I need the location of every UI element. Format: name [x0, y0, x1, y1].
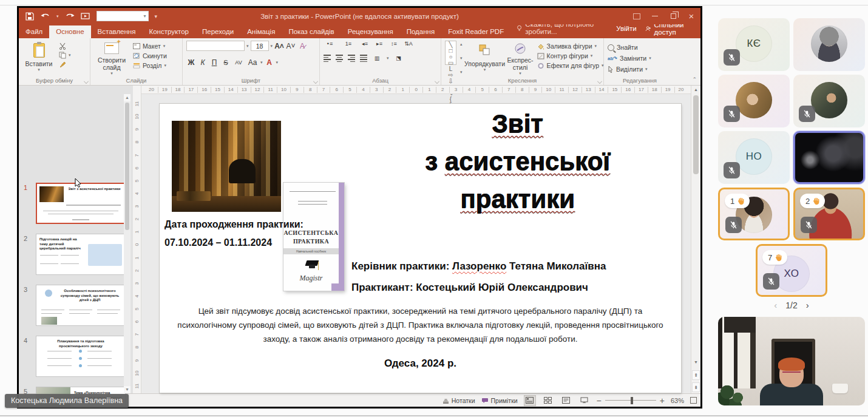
- sign-in-link[interactable]: Увійти: [616, 25, 636, 32]
- slide-thumbnail-2[interactable]: Підготовка лекцій на тему дитячий церебр…: [36, 234, 126, 275]
- slide-scrollbar[interactable]: ▲ ▼ ⇞ ⇟: [691, 86, 700, 393]
- grow-font-icon[interactable]: A˄: [274, 42, 284, 50]
- practice-date-label[interactable]: Дата проходження практики:: [164, 219, 303, 230]
- zoom-in-button[interactable]: +: [660, 396, 665, 405]
- layout-button[interactable]: Макет▾: [133, 42, 167, 50]
- tab-view[interactable]: Подання: [400, 25, 441, 38]
- bullets-icon[interactable]: •≡: [324, 41, 337, 47]
- undo-dropdown-icon[interactable]: ▾: [56, 14, 59, 19]
- participant-tile[interactable]: [793, 75, 865, 127]
- scroll-up-icon[interactable]: ▲: [124, 94, 131, 101]
- participant-tile[interactable]: НО: [718, 131, 790, 184]
- thumbnail-scrollbar[interactable]: ▲ ▼: [124, 94, 131, 393]
- slide-thumbnail-3[interactable]: Особливості психологічного супроводу сім…: [36, 285, 126, 326]
- strikethrough-button[interactable]: S: [221, 59, 231, 66]
- underline-button[interactable]: П: [209, 58, 219, 67]
- participant-tile[interactable]: [718, 75, 790, 127]
- reset-button[interactable]: Скинути: [133, 52, 167, 59]
- previous-slide-button[interactable]: ⇞: [692, 370, 700, 380]
- tab-file[interactable]: Файл: [19, 25, 49, 38]
- line-spacing-icon[interactable]: ↕≡: [389, 41, 399, 47]
- font-color-button[interactable]: A: [265, 58, 274, 67]
- restore-button[interactable]: [664, 8, 682, 24]
- fit-slide-to-window-icon[interactable]: [690, 397, 697, 404]
- arrange-button[interactable]: Упорядкувати▾: [466, 41, 504, 76]
- tab-design[interactable]: Конструктор: [142, 25, 195, 38]
- format-painter-button[interactable]: [59, 61, 71, 68]
- tab-animations[interactable]: Анімація: [240, 25, 282, 38]
- tab-review[interactable]: Рецензування: [341, 25, 400, 38]
- participant-video-raised-hand[interactable]: 2: [793, 188, 865, 240]
- library-photo[interactable]: [172, 121, 281, 212]
- quick-access-combobox[interactable]: ▾: [97, 11, 149, 21]
- minimize-button[interactable]: [646, 8, 664, 24]
- save-icon[interactable]: [25, 12, 35, 21]
- align-left-icon[interactable]: [324, 55, 331, 62]
- close-button[interactable]: ×: [682, 8, 700, 24]
- notes-toggle[interactable]: Нотатки: [442, 397, 475, 404]
- practice-date-value[interactable]: 07.10.2024 – 01.11.2024: [164, 237, 272, 248]
- shape-outline-button[interactable]: Контур фігури▾: [537, 52, 604, 59]
- copy-button[interactable]: ▾: [59, 52, 71, 59]
- char-spacing-button[interactable]: AV: [232, 59, 245, 66]
- slide-title[interactable]: Звіт з асистенської практики: [355, 105, 680, 218]
- customize-toolbar-icon[interactable]: ▾: [155, 13, 158, 19]
- decrease-indent-icon[interactable]: ◂≡: [360, 41, 370, 47]
- align-center-icon[interactable]: [336, 55, 343, 62]
- text-direction-icon[interactable]: ⇅A: [404, 41, 413, 47]
- font-size-combobox[interactable]: 18: [251, 41, 269, 51]
- zoom-slider-thumb[interactable]: [631, 397, 633, 404]
- zoom-out-button[interactable]: −: [597, 396, 602, 405]
- book-cover-image[interactable]: АСИСТЕНТСЬКАПРАКТИКА Навчальний посібник…: [283, 183, 344, 291]
- paste-button[interactable]: Вставити▾: [22, 41, 55, 76]
- slide-footer[interactable]: Одеса, 2024 р.: [160, 358, 681, 370]
- smartart-convert-icon[interactable]: ⬔: [394, 55, 404, 61]
- slide-sorter-view-button[interactable]: [542, 395, 554, 406]
- columns-icon[interactable]: ▥: [372, 55, 382, 61]
- normal-view-button[interactable]: [524, 395, 536, 406]
- shapes-gallery[interactable]: ╲ □ ○ ▭ L ⇨ ⇩ ⌂ ∿ { } ☆: [445, 41, 456, 65]
- tab-transitions[interactable]: Переходи: [195, 25, 240, 38]
- align-right-icon[interactable]: [348, 55, 355, 62]
- shrink-font-icon[interactable]: A˅: [286, 42, 296, 50]
- next-slide-button[interactable]: ⇟: [692, 382, 700, 392]
- shapes-scroll-arrows[interactable]: ▴▾▾: [460, 41, 463, 76]
- pager-next-icon[interactable]: ›: [806, 300, 809, 310]
- font-name-combobox[interactable]: [186, 41, 245, 51]
- intern-line[interactable]: Практикант: Костецький Юрій Олександрови…: [351, 282, 588, 294]
- shape-fill-button[interactable]: Заливка фігури▾: [537, 42, 604, 50]
- participant-tile-raised-hand[interactable]: 1: [718, 188, 790, 240]
- tab-home[interactable]: Основне: [49, 25, 90, 38]
- presenter-video[interactable]: [718, 317, 865, 405]
- tab-insert[interactable]: Вставлення: [91, 25, 143, 38]
- participant-tile[interactable]: [793, 18, 865, 71]
- ribbon-display-options-icon[interactable]: [628, 8, 646, 24]
- zoom-slider[interactable]: [605, 400, 656, 401]
- scroll-down-icon[interactable]: ▼: [124, 386, 131, 393]
- increase-indent-icon[interactable]: ▸≡: [375, 41, 384, 47]
- participant-tile-raised-hand[interactable]: 7 ХО: [756, 244, 827, 297]
- scroll-down-icon[interactable]: ▼: [691, 358, 700, 367]
- find-button[interactable]: Знайти: [608, 44, 651, 51]
- bold-button[interactable]: Ж: [186, 58, 196, 67]
- participant-tile[interactable]: КЄ: [718, 18, 790, 71]
- summary-paragraph[interactable]: Цей звіт підсумовує досвід асистенської …: [173, 304, 668, 346]
- justify-icon[interactable]: [360, 55, 367, 62]
- undo-icon[interactable]: [41, 12, 50, 21]
- scroll-up-icon[interactable]: ▲: [691, 86, 700, 94]
- participant-video-active-speaker[interactable]: [793, 131, 865, 184]
- new-slide-button[interactable]: Створити слайд▾: [94, 41, 129, 76]
- redo-icon[interactable]: [65, 12, 75, 21]
- tab-slideshow[interactable]: Показ слайдів: [282, 25, 341, 38]
- supervisor-line[interactable]: Керівник практики: Лазоренко Тетяна Мико…: [351, 260, 606, 273]
- slide-canvas[interactable]: АСИСТЕНТСЬКАПРАКТИКА Навчальний посібник…: [160, 104, 681, 393]
- slide-thumbnail-1[interactable]: Звіт з асистенської практики: [36, 183, 126, 224]
- slide-thumbnail-4[interactable]: Планування та підготовка просвітницького…: [36, 336, 126, 377]
- change-case-button[interactable]: Aa: [246, 58, 259, 67]
- zoom-percentage[interactable]: 63%: [671, 397, 684, 404]
- collapse-ribbon-icon[interactable]: ⌃: [692, 76, 697, 83]
- numbering-icon[interactable]: 1≡: [342, 41, 355, 47]
- pager-previous-icon[interactable]: ‹: [774, 300, 777, 310]
- quick-styles-button[interactable]: Експрес-стилі▾: [507, 41, 534, 76]
- shape-effects-button[interactable]: Ефекти для фігур▾: [537, 62, 604, 69]
